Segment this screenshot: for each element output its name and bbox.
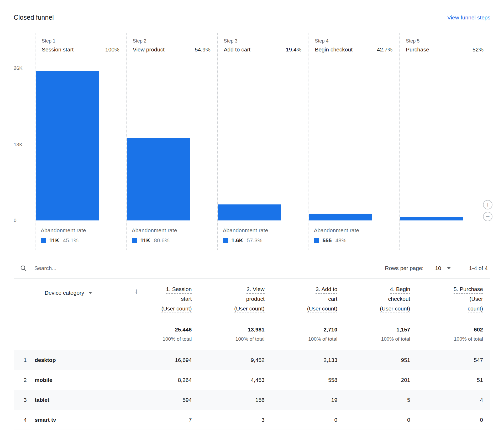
column-total-percent: 100% of total xyxy=(308,336,337,342)
abandonment-rate: 80.6% xyxy=(154,237,170,244)
column-header[interactable]: 2. View product (User count) xyxy=(234,286,265,316)
abandonment-rate: 45.1% xyxy=(63,237,78,244)
funnel-bar[interactable] xyxy=(127,138,190,220)
cell-value: 3 xyxy=(199,417,272,423)
column-total: 2,710 xyxy=(324,326,338,333)
search-input[interactable] xyxy=(34,265,192,271)
cell-value: 951 xyxy=(345,357,417,363)
cell-value: 7 xyxy=(126,417,199,423)
abandonment-rate: 57.3% xyxy=(247,237,262,244)
cell-value: 201 xyxy=(345,377,417,383)
funnel-bar[interactable] xyxy=(218,204,281,220)
cell-value: 0 xyxy=(272,417,345,423)
funnel-bar[interactable] xyxy=(309,214,372,220)
cell-value: 2,133 xyxy=(272,357,345,363)
column-total-percent: 100% of total xyxy=(162,336,192,342)
legend-swatch xyxy=(223,238,228,243)
funnel-chart: 26K 13K 0 Step 1 Session start 100% Aban… xyxy=(14,33,490,250)
funnel-bar[interactable] xyxy=(400,217,463,220)
funnel-exploration-page: Closed funnel View funnel steps 26K 13K … xyxy=(0,0,504,435)
abandonment-count: 1.6K xyxy=(232,237,243,244)
abandonment-label: Abandonment rate xyxy=(41,227,124,234)
column-header[interactable]: 5. Purchase (User count) xyxy=(454,286,483,316)
metric-column-begin-checkout: 4. Begin checkout (User count) 1,157 100… xyxy=(345,286,417,342)
abandonment-count: 555 xyxy=(322,237,332,244)
step-name: Purchase xyxy=(406,46,429,53)
plot-area xyxy=(400,59,490,220)
abandonment-rate: 48% xyxy=(335,237,346,244)
abandonment-label: Abandonment rate xyxy=(132,227,215,234)
metric-column-purchase: 5. Purchase (User count) 602 100% of tot… xyxy=(418,286,490,342)
search-icon xyxy=(20,265,27,272)
step-header: Step 2 View product 54.9% xyxy=(127,33,217,53)
column-header[interactable]: 1. Session start (User count) xyxy=(161,286,192,316)
step-name: Begin checkout xyxy=(315,46,353,53)
zoom-in-icon: + xyxy=(486,201,490,208)
abandonment-block: Abandonment rate 11K 45.1% xyxy=(41,227,124,244)
legend-swatch xyxy=(132,238,137,243)
rows-per-page-label: Rows per page: xyxy=(385,265,423,271)
column-header[interactable]: 3. Add to cart (User count) xyxy=(307,286,338,316)
cell-value: 156 xyxy=(199,397,272,403)
step-percent: 54.9% xyxy=(195,46,211,53)
cell-value: 16,694 xyxy=(126,357,199,363)
breakdown-table: Device category ↓ 1. Session start (User… xyxy=(14,279,490,430)
funnel-step-column-2: Step 2 View product 54.9% Abandonment ra… xyxy=(126,33,217,250)
column-header[interactable]: 4. Begin checkout (User count) xyxy=(380,286,410,316)
abandonment-block: Abandonment rate 555 48% xyxy=(314,227,397,244)
abandonment-count: 11K xyxy=(140,237,150,244)
column-total-percent: 100% of total xyxy=(454,336,483,342)
cell-value: 5 xyxy=(345,397,417,403)
step-name: View product xyxy=(133,46,165,53)
sort-descending-icon: ↓ xyxy=(135,287,138,295)
pagination-range: 1-4 of 4 xyxy=(469,265,488,271)
step-name: Session start xyxy=(42,46,74,53)
legend-swatch xyxy=(314,238,319,243)
abandonment-label: Abandonment rate xyxy=(314,227,397,234)
row-index: 1 xyxy=(14,357,35,363)
table-row[interactable]: 2 mobile 8,264 4,453 558 201 51 xyxy=(14,370,490,390)
zoom-out-icon: − xyxy=(486,213,490,220)
view-funnel-steps-link[interactable]: View funnel steps xyxy=(447,14,490,21)
cell-value: 547 xyxy=(418,357,490,363)
page-title: Closed funnel xyxy=(14,14,54,21)
row-index: 3 xyxy=(14,397,35,403)
rows-per-page-select[interactable]: 10 xyxy=(435,265,450,271)
step-percent: 19.4% xyxy=(286,46,302,53)
table-row[interactable]: 3 tablet 594 156 19 5 4 xyxy=(14,390,490,410)
plot-area xyxy=(36,59,126,220)
metric-column-view-product: 2. View product (User count) 13,981 100%… xyxy=(199,286,272,342)
row-index: 2 xyxy=(14,377,35,383)
y-axis-tick: 26K xyxy=(14,65,23,71)
y-axis-tick: 13K xyxy=(14,142,23,147)
row-device-label: smart tv xyxy=(35,417,56,423)
column-total: 25,446 xyxy=(175,326,192,333)
metric-column-add-to-cart: 3. Add to cart (User count) 2,710 100% o… xyxy=(272,286,345,342)
plot-area xyxy=(309,59,399,220)
table-row[interactable]: 4 smart tv 7 3 0 0 0 xyxy=(14,410,490,430)
y-axis: 26K 13K 0 xyxy=(14,33,35,250)
abandonment-label: Abandonment rate xyxy=(223,227,306,234)
step-percent: 100% xyxy=(105,46,119,53)
cell-value: 0 xyxy=(418,417,490,423)
column-total-percent: 100% of total xyxy=(381,336,410,342)
table-row[interactable]: 1 desktop 16,694 9,452 2,133 951 547 xyxy=(14,350,490,370)
zoom-out-button[interactable]: − xyxy=(483,212,492,221)
chevron-down-icon xyxy=(88,292,92,294)
row-device-label: desktop xyxy=(35,357,56,363)
cell-value: 594 xyxy=(126,397,199,403)
step-header: Step 4 Begin checkout 42.7% xyxy=(308,33,399,53)
cell-value: 51 xyxy=(418,377,490,383)
funnel-step-column-1: Step 1 Session start 100% Abandonment ra… xyxy=(35,33,126,250)
chevron-down-icon xyxy=(447,267,451,269)
row-device-label: tablet xyxy=(35,397,49,403)
funnel-bar[interactable] xyxy=(36,71,99,220)
zoom-in-button[interactable]: + xyxy=(483,200,492,209)
cell-value: 4,453 xyxy=(199,377,272,383)
funnel-step-column-3: Step 3 Add to cart 19.4% Abandonment rat… xyxy=(217,33,308,250)
device-category-header[interactable]: Device category xyxy=(45,290,92,296)
column-total: 602 xyxy=(474,326,483,333)
step-label: Step 1 xyxy=(42,38,119,44)
step-header: Step 1 Session start 100% xyxy=(35,33,126,53)
abandonment-block: Abandonment rate 11K 80.6% xyxy=(132,227,215,244)
